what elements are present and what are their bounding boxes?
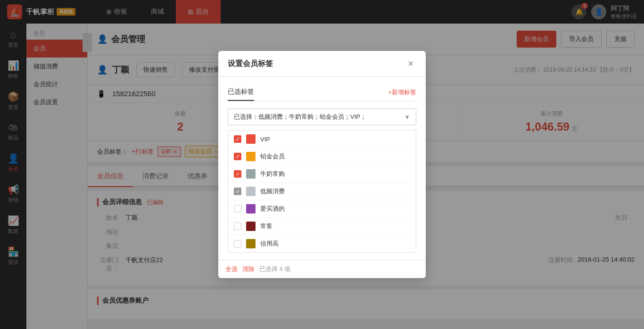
tag-list-label-regular: 常客 <box>260 222 272 230</box>
select-all-button[interactable]: 全选 <box>225 265 238 273</box>
tag-list-label-milk: 牛奶常购 <box>260 170 285 178</box>
clear-button[interactable]: 清除 <box>242 265 255 273</box>
tag-list-label-credit: 信用高 <box>260 239 279 248</box>
tag-list-item-regular[interactable]: 常客 <box>228 218 416 235</box>
checkbox-low-freq[interactable]: ✓ <box>234 188 241 195</box>
checkbox-wine[interactable] <box>234 205 241 213</box>
checkbox-credit[interactable] <box>234 240 241 247</box>
tag-list-item-milk[interactable]: ✓ 牛奶常购 <box>228 165 416 183</box>
modal-tab-selected[interactable]: 已选标签 <box>228 84 254 101</box>
modal-header: 设置会员标签 × <box>218 51 426 77</box>
tag-color-milk <box>246 169 256 179</box>
tag-dropdown-value: 已选择：低频消费；牛奶常购；铂金会员；VIP； <box>234 113 366 121</box>
modal-overlay[interactable]: 设置会员标签 × 已选标签 +新增标签 已选择：低频消费；牛奶常购；铂金会员；V… <box>0 0 644 329</box>
tag-color-credit <box>246 239 256 248</box>
tag-color-low-freq <box>246 187 256 196</box>
selected-count: 已选择 4 项 <box>259 265 290 273</box>
tag-modal: 设置会员标签 × 已选标签 +新增标签 已选择：低频消费；牛奶常购；铂金会员；V… <box>218 51 426 278</box>
tag-list-item-vip[interactable]: ✓ VIP <box>228 131 416 148</box>
tag-list-item-gold[interactable]: ✓ 铂金会员 <box>228 148 416 165</box>
tag-list-item-low-freq[interactable]: ✓ 低频消费 <box>228 183 416 200</box>
tag-color-regular <box>246 222 256 231</box>
modal-body: 已选标签 +新增标签 已选择：低频消费；牛奶常购；铂金会员；VIP； ▼ ✓ V… <box>218 77 426 260</box>
checkbox-regular[interactable] <box>234 222 241 230</box>
tag-list-item-wine[interactable]: 爱买酒的 <box>228 200 416 218</box>
footer-actions: 全选 清除 已选择 4 项 <box>225 265 290 273</box>
tag-list: ✓ VIP ✓ 铂金会员 ✓ 牛奶常购 ✓ <box>228 130 416 253</box>
tag-color-wine <box>246 204 256 214</box>
tag-list-item-credit[interactable]: 信用高 <box>228 235 416 252</box>
dropdown-arrow-icon: ▼ <box>404 114 410 121</box>
tag-list-label-vip: VIP <box>260 136 270 143</box>
tag-list-label-low-freq: 低频消费 <box>260 187 285 196</box>
tag-color-gold <box>246 152 256 161</box>
modal-footer: 全选 清除 已选择 4 项 <box>218 260 426 278</box>
modal-close-button[interactable]: × <box>405 58 416 69</box>
checkbox-milk[interactable]: ✓ <box>234 170 241 178</box>
modal-tabs: 已选标签 +新增标签 <box>228 84 416 101</box>
close-icon: × <box>408 59 413 69</box>
checkbox-gold[interactable]: ✓ <box>234 153 241 160</box>
tag-dropdown[interactable]: 已选择：低频消费；牛奶常购；铂金会员；VIP； ▼ <box>228 108 416 125</box>
tag-list-label-wine: 爱买酒的 <box>260 205 285 213</box>
tag-list-label-gold: 铂金会员 <box>260 152 285 161</box>
modal-title: 设置会员标签 <box>228 59 273 69</box>
tag-color-vip <box>246 134 256 144</box>
modal-tab-add-new[interactable]: +新增标签 <box>388 88 416 97</box>
checkbox-vip[interactable]: ✓ <box>234 135 241 143</box>
